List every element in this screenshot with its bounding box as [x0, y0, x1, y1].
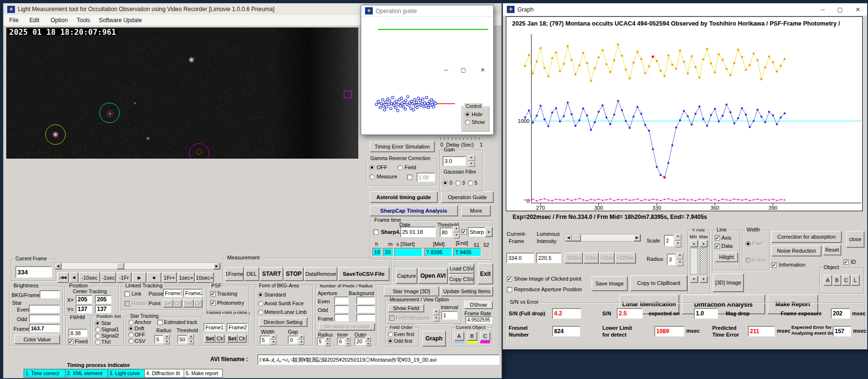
update-setting-items-button[interactable]: Update Setting Items	[441, 286, 493, 296]
bkg-standard-radio[interactable]	[258, 292, 263, 298]
show-clicked-image-checkbox[interactable]	[507, 276, 512, 282]
scale-spinner[interactable]: ▲▼	[675, 234, 681, 247]
correction-absorption-button[interactable]: Correction for absorption	[772, 231, 841, 243]
avi-filename-field[interactable]: I:¥A-えんぺい観測¥観測記録2025¥20250119◎Montana自宅¥…	[258, 354, 500, 365]
gamma-off-radio[interactable]	[369, 165, 375, 170]
threshold-spinner[interactable]: ▲▼	[453, 226, 460, 239]
video-frame[interactable]: 2025 01 18 18:20:07:961	[6, 27, 358, 159]
tracking-x-field[interactable]: 205	[95, 295, 111, 304]
link-checkbox[interactable]	[124, 291, 130, 297]
graph-scroll-right[interactable]: ▶	[634, 234, 640, 241]
copy-csv-button[interactable]: Copy CSV	[449, 274, 474, 284]
playback-step-back-button[interactable]: ◀	[69, 272, 78, 283]
passed-clr1-button[interactable]: Clr	[216, 335, 224, 342]
track-csv-radio[interactable]	[128, 338, 134, 344]
photometry-aperture-ring[interactable]	[107, 110, 113, 117]
graph-scroll-left[interactable]: ◀	[565, 234, 572, 241]
track-off-radio[interactable]	[128, 332, 134, 338]
fwhm-field[interactable]: 8.38	[68, 329, 87, 337]
bkg-width-spinner[interactable]: ▲▼	[271, 335, 276, 345]
frame-rate-field[interactable]: 4.9502595	[465, 316, 492, 324]
graph-radius-spinner[interactable]: ▲▼	[677, 253, 683, 266]
scale-field[interactable]: 2	[664, 235, 674, 246]
opguide-hide-radio[interactable]	[465, 112, 470, 117]
pixels-odd-aperture-field[interactable]	[334, 305, 349, 313]
predicted-error-field[interactable]: 211	[748, 326, 775, 337]
y-min-track[interactable]	[690, 248, 698, 275]
reproduce-aperture-checkbox[interactable]	[507, 287, 512, 292]
gamma-field-radio[interactable]	[397, 165, 403, 170]
light-curve-plot[interactable]: 10000270300330360390 2025 Jan 18; (797) …	[506, 16, 863, 211]
photometry-aperture-ring[interactable]	[53, 132, 58, 137]
y-max-down-button[interactable]: ▼	[700, 276, 707, 283]
operation-guide-button[interactable]: Operation Guide	[441, 191, 493, 203]
photometry-aperture-ring[interactable]	[196, 149, 202, 155]
gaussian-3-radio[interactable]	[455, 180, 461, 186]
gamma-measure-radio[interactable]	[369, 174, 375, 179]
bkg-meteor-radio[interactable]	[258, 310, 263, 315]
id-checkbox[interactable]	[843, 259, 849, 265]
playback-minus10sec-button[interactable]: -10sec	[79, 272, 100, 283]
even-first-radio[interactable]	[388, 332, 393, 337]
pixels-frame-aperture-field[interactable]	[334, 314, 349, 322]
color-value-button[interactable]: Color Value	[14, 335, 60, 344]
y-min-up-button[interactable]: ▲	[690, 240, 698, 247]
linked-set1-button[interactable]: Set	[163, 299, 173, 307]
track-radius-spinner[interactable]: ▲▼	[164, 334, 170, 344]
dshow-button[interactable]: DShow	[464, 301, 492, 309]
timing-step-3[interactable]: 3. Light curve	[108, 369, 146, 378]
graph-object-b-button[interactable]: B	[833, 275, 841, 285]
minus-10sec-button[interactable]: -10Sec	[565, 253, 583, 263]
timing-step-1[interactable]: 1. Time correct	[24, 369, 67, 378]
graph-object-c-button[interactable]: C	[842, 275, 850, 285]
measure-del-button[interactable]: DEL	[244, 267, 259, 281]
timing-step-2[interactable]: 2. XML element	[65, 369, 109, 378]
gain-spinner[interactable]: ▲▼	[468, 155, 475, 167]
graph-current-frame-field[interactable]: 334.0	[506, 253, 534, 263]
linked-clr1-button[interactable]: Clr	[174, 299, 182, 307]
exit-button[interactable]: Exit	[478, 263, 493, 284]
open-avi-button[interactable]: Open AVI	[419, 268, 448, 284]
load-csv-button[interactable]: Load CSV	[449, 263, 474, 273]
posset-signal2-radio[interactable]	[95, 333, 100, 338]
odd-field[interactable]	[29, 314, 60, 323]
video-position-scrollbar[interactable]: ◀ ▶	[54, 262, 220, 270]
measure-stop-button[interactable]: STOP	[284, 267, 303, 281]
sn-full-drop-field[interactable]: 4.2	[552, 308, 581, 319]
pixels-inner-field[interactable]: 6	[337, 338, 345, 345]
bkg-gap-spinner[interactable]: ▲▼	[298, 335, 304, 345]
scrollbar-thumb[interactable]	[117, 263, 124, 269]
gamma-checkbox[interactable]	[407, 175, 412, 180]
pixels-odd-background-field[interactable]	[356, 305, 375, 313]
frame-brightness-field[interactable]: 163.7	[29, 324, 60, 332]
center-x-field[interactable]: 205	[76, 295, 92, 304]
minute-field[interactable]: 20	[383, 248, 393, 257]
pixels-radius-field[interactable]: 5	[317, 338, 325, 345]
psf-photometry-checkbox[interactable]	[210, 300, 216, 306]
reset-button[interactable]: Reset	[823, 244, 841, 255]
graph-object-l-button[interactable]: L	[851, 275, 859, 285]
even-field[interactable]	[29, 305, 60, 313]
graph-scrollbar[interactable]: ◀ ▶	[565, 234, 641, 242]
plus-1sec-button[interactable]: +1Sec	[599, 253, 614, 263]
menu-tools[interactable]: Tools	[74, 15, 93, 26]
odd-first-radio[interactable]	[388, 338, 393, 344]
more-button[interactable]: More	[461, 205, 490, 216]
center-y-field[interactable]: 137	[76, 305, 92, 313]
field-measure-checkbox[interactable]	[389, 315, 394, 321]
pixels-inner-spinner[interactable]: ▲▼	[345, 337, 351, 346]
graph-object-a-button[interactable]: A	[824, 275, 832, 285]
noise-reduction-button[interactable]: Noise Reduction	[772, 245, 821, 256]
second-start-field[interactable]	[394, 248, 422, 257]
linked-frame1-field[interactable]: Frame1	[163, 289, 182, 297]
sharp-combo-dropdown[interactable]: ▼	[485, 227, 492, 237]
information-checkbox[interactable]	[772, 262, 777, 268]
image-3d-button[interactable]: [3D] Image	[713, 273, 744, 292]
selection-square-marker[interactable]	[344, 91, 352, 98]
hilight-button[interactable]: Hilight	[715, 252, 738, 262]
set-radius-to-recorded-button[interactable]: Set radius to recorded	[319, 323, 375, 330]
mid-field[interactable]: 7.8395	[424, 248, 452, 257]
playback-plus10sec-button[interactable]: 10sec+	[195, 272, 214, 283]
psf-tracking-checkbox[interactable]	[210, 291, 216, 297]
width-part-radio[interactable]	[746, 241, 751, 246]
